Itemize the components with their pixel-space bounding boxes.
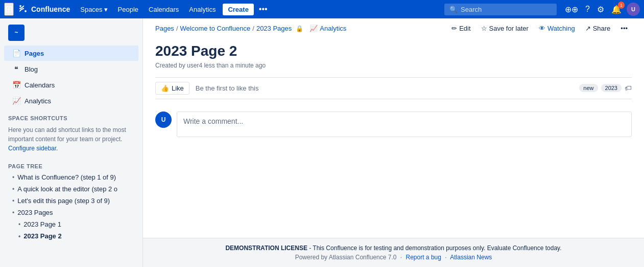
analytics-icon: 📈	[12, 97, 20, 105]
breadcrumb-sep-2: /	[252, 25, 254, 32]
star-icon: ☆	[481, 25, 487, 32]
svg-point-2	[19, 5, 21, 7]
calendars-button[interactable]: Calendars	[145, 4, 183, 15]
edit-icon: ✏	[451, 25, 457, 32]
pages-icon: 📄	[12, 49, 20, 57]
apps-icon-button[interactable]: ⊕⊕	[563, 3, 580, 16]
breadcrumb-sep-1: /	[176, 25, 178, 32]
footer-powered-by: Powered by Atlassian Confluence 7.0 · Re…	[155, 254, 632, 261]
space-avatar: ~	[8, 25, 25, 41]
top-navigation: ⊞ Confluence Spaces ▾ People Calendars A…	[0, 0, 644, 18]
edit-button[interactable]: ✏ Edit	[447, 23, 474, 34]
watching-button[interactable]: 👁 Watching	[535, 23, 579, 34]
page-tree: • What is Confluence? (step 1 of 9) • A …	[0, 171, 142, 242]
sidebar-item-pages[interactable]: 📄 Pages	[4, 46, 138, 61]
like-first-text: Be the first to like this	[196, 84, 259, 92]
report-bug-link[interactable]: Report a bug	[406, 254, 441, 261]
calendars-icon: 📅	[12, 81, 20, 89]
tree-item-quick-look[interactable]: • A quick look at the editor (step 2 o	[0, 183, 142, 195]
page-actions: ✏ Edit ☆ Save for later 👁 Watching ↗ Sha…	[447, 23, 632, 34]
grid-menu-button[interactable]: ⊞	[4, 3, 14, 16]
sidebar-item-blog[interactable]: ❝ Blog	[4, 61, 138, 77]
nav-right-actions: ⊕⊕ ? ⚙ 🔔 1 U	[563, 3, 640, 16]
bullet-icon: •	[12, 197, 14, 205]
space-shortcuts-title: SPACE SHORTCUTS	[0, 109, 142, 123]
spaces-button[interactable]: Spaces ▾	[76, 4, 111, 15]
tag-icon[interactable]: 🏷	[625, 84, 632, 92]
eye-icon: 👁	[539, 25, 545, 32]
breadcrumb-2023-pages[interactable]: 2023 Pages	[256, 25, 292, 32]
bullet-icon: •	[12, 186, 14, 193]
svg-point-1	[25, 10, 27, 12]
space-header: ~	[0, 18, 142, 45]
settings-button[interactable]: ⚙	[595, 3, 606, 16]
configure-sidebar-link[interactable]: Configure sidebar.	[8, 145, 58, 152]
bullet-icon: •	[12, 209, 14, 216]
page-tree-title: PAGE TREE	[0, 157, 142, 171]
reactions-bar: 👍 Like Be the first to like this new 202…	[155, 77, 632, 99]
settings-icon: ⚙	[597, 5, 604, 14]
license-label: DEMONSTRATION LICENSE	[225, 244, 307, 252]
share-button[interactable]: ↗ Share	[581, 23, 615, 34]
search-box[interactable]: 🔍 Search	[444, 4, 557, 15]
help-button[interactable]: ?	[583, 3, 592, 16]
atlassian-news-link[interactable]: Atlassian News	[450, 254, 492, 261]
breadcrumb-pages[interactable]: Pages	[155, 25, 174, 32]
tag-new[interactable]: new	[579, 84, 598, 92]
page-meta: Created by user4 less than a minute ago	[155, 62, 632, 69]
tree-item-2023-page-2[interactable]: • 2023 Page 2	[0, 230, 142, 242]
tree-item-2023-pages[interactable]: • 2023 Pages	[0, 207, 142, 218]
footer-license: DEMONSTRATION LICENSE - This Confluence …	[155, 244, 632, 252]
search-icon: 🔍	[449, 6, 458, 13]
bullet-icon: •	[18, 233, 20, 240]
breadcrumb-analytics-link[interactable]: 📈 Analytics	[309, 25, 346, 32]
lock-icon: 🔒	[296, 25, 303, 32]
tree-item-what-is-confluence[interactable]: • What is Confluence? (step 1 of 9)	[0, 171, 142, 183]
space-shortcuts-text: Here you can add shortcut links to the m…	[0, 123, 142, 157]
notification-badge: 1	[618, 2, 625, 9]
sidebar-item-analytics[interactable]: 📈 Analytics	[4, 93, 138, 108]
notifications-button[interactable]: 🔔 1	[609, 3, 624, 16]
sidebar-nav: 📄 Pages ❝ Blog 📅 Calendars 📈 Analytics	[0, 45, 142, 109]
analytics-nav-button[interactable]: Analytics	[185, 4, 220, 15]
bullet-icon: •	[12, 174, 14, 181]
breadcrumb-welcome[interactable]: Welcome to Confluence	[180, 25, 251, 32]
main-layout: ~ 📄 Pages ❝ Blog 📅 Calendars 📈 Analytics…	[0, 18, 644, 267]
thumbs-up-icon: 👍	[161, 84, 169, 92]
license-text: - This Confluence is for testing and dem…	[309, 244, 561, 252]
more-actions-button[interactable]: •••	[616, 23, 632, 34]
breadcrumb-bar: Pages / Welcome to Confluence / 2023 Pag…	[143, 18, 644, 34]
like-button[interactable]: 👍 Like	[155, 82, 189, 95]
more-nav-button[interactable]: •••	[256, 3, 271, 16]
page-footer: DEMONSTRATION LICENSE - This Confluence …	[143, 238, 644, 267]
help-icon: ?	[585, 5, 590, 13]
share-icon: ↗	[585, 25, 591, 32]
main-content-area: Pages / Welcome to Confluence / 2023 Pag…	[143, 18, 644, 267]
page-body: 2023 Page 2 Created by user4 less than a…	[143, 34, 644, 238]
logo-text: Confluence	[31, 5, 70, 13]
save-for-later-button[interactable]: ☆ Save for later	[477, 23, 533, 34]
blog-icon: ❝	[12, 65, 20, 73]
people-button[interactable]: People	[114, 4, 142, 15]
comment-section: U Write a comment...	[155, 112, 632, 137]
sidebar-item-calendars[interactable]: 📅 Calendars	[4, 77, 138, 93]
sidebar: ~ 📄 Pages ❝ Blog 📅 Calendars 📈 Analytics…	[0, 18, 143, 267]
create-button[interactable]: Create	[223, 4, 253, 15]
analytics-breadcrumb-icon: 📈	[309, 25, 318, 32]
page-title: 2023 Page 2	[155, 42, 632, 60]
user-avatar[interactable]: U	[627, 3, 640, 16]
confluence-logo[interactable]: Confluence	[18, 4, 70, 14]
commenter-avatar: U	[155, 112, 172, 128]
tags-area: new 2023 🏷	[579, 84, 632, 92]
bullet-icon: •	[18, 221, 20, 228]
tag-2023[interactable]: 2023	[601, 84, 622, 92]
breadcrumb-extras: 🔒 📈 Analytics	[296, 25, 346, 32]
apps-icon: ⊕⊕	[565, 5, 578, 14]
comment-input[interactable]: Write a comment...	[177, 112, 632, 137]
tree-item-2023-page-1[interactable]: • 2023 Page 1	[0, 218, 142, 230]
tree-item-lets-edit[interactable]: • Let's edit this page (step 3 of 9)	[0, 195, 142, 207]
